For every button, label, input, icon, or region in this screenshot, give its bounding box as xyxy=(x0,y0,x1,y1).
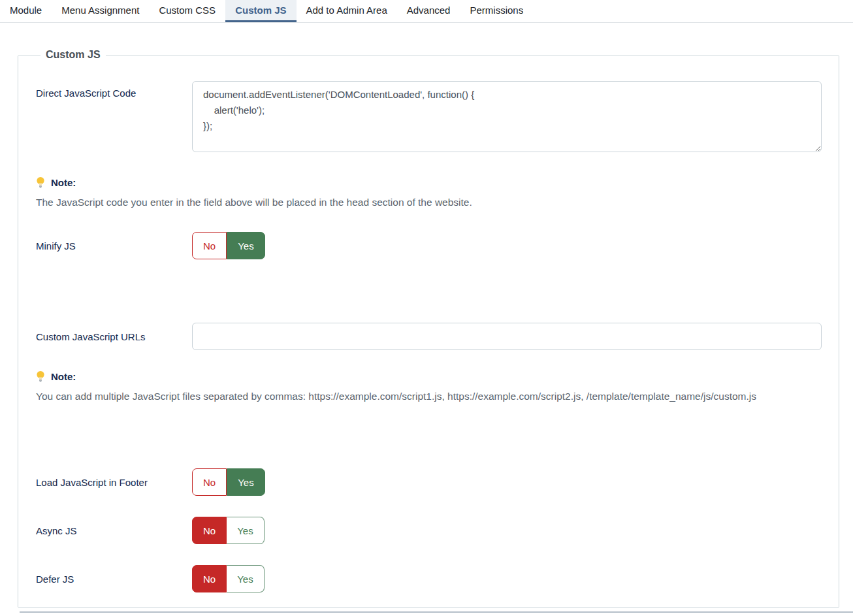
note-title: Note: xyxy=(51,371,76,382)
footer-js-yes-button[interactable]: Yes xyxy=(227,468,265,496)
tab-permissions[interactable]: Permissions xyxy=(460,0,533,22)
bottom-divider xyxy=(20,611,853,613)
tab-advanced[interactable]: Advanced xyxy=(397,0,460,22)
direct-js-textarea[interactable]: document.addEventListener('DOMContentLoa… xyxy=(192,81,822,152)
lightbulb-icon xyxy=(36,370,45,383)
defer-js-row: Defer JS No Yes xyxy=(36,565,822,592)
custom-urls-row: Custom JavaScript URLs xyxy=(36,323,822,350)
footer-js-row: Load JavaScript in Footer No Yes xyxy=(36,468,822,496)
lightbulb-icon xyxy=(36,176,45,189)
settings-tabbar: Module Menu Assignment Custom CSS Custom… xyxy=(0,0,853,23)
direct-js-label: Direct JavaScript Code xyxy=(36,81,192,99)
fieldset-legend: Custom JS xyxy=(40,49,106,61)
async-js-label: Async JS xyxy=(36,525,192,536)
async-js-row: Async JS No Yes xyxy=(36,517,822,544)
custom-urls-input[interactable] xyxy=(192,323,822,350)
footer-js-no-button[interactable]: No xyxy=(192,468,227,496)
minify-js-row: Minify JS No Yes xyxy=(36,232,822,259)
async-js-yes-button[interactable]: Yes xyxy=(227,517,264,544)
tab-menu-assignment[interactable]: Menu Assignment xyxy=(52,0,149,22)
minify-js-yes-button[interactable]: Yes xyxy=(227,232,265,259)
note-text: You can add multiple JavaScript files se… xyxy=(36,391,822,402)
custom-urls-label: Custom JavaScript URLs xyxy=(36,331,192,342)
custom-js-fieldset: Custom JS Direct JavaScript Code documen… xyxy=(18,56,839,608)
tab-add-to-admin-area[interactable]: Add to Admin Area xyxy=(297,0,397,22)
defer-js-no-button[interactable]: No xyxy=(192,565,227,592)
tab-custom-js[interactable]: Custom JS xyxy=(225,0,296,22)
direct-js-row: Direct JavaScript Code document.addEvent… xyxy=(36,81,822,155)
note-title: Note: xyxy=(51,177,76,188)
note-head-section: Note: The JavaScript code you enter in t… xyxy=(36,176,822,208)
minify-js-no-button[interactable]: No xyxy=(192,232,227,259)
minify-js-label: Minify JS xyxy=(36,240,192,251)
tab-module[interactable]: Module xyxy=(0,0,52,22)
note-text: The JavaScript code you enter in the fie… xyxy=(36,197,822,208)
footer-js-toggle: No Yes xyxy=(192,468,265,496)
defer-js-toggle: No Yes xyxy=(192,565,265,592)
async-js-toggle: No Yes xyxy=(192,517,265,544)
footer-js-label: Load JavaScript in Footer xyxy=(36,477,192,488)
tab-custom-css[interactable]: Custom CSS xyxy=(149,0,225,22)
note-multiple-files: Note: You can add multiple JavaScript fi… xyxy=(36,370,822,402)
minify-js-toggle: No Yes xyxy=(192,232,265,259)
defer-js-yes-button[interactable]: Yes xyxy=(227,565,264,592)
defer-js-label: Defer JS xyxy=(36,574,192,585)
async-js-no-button[interactable]: No xyxy=(192,517,227,544)
